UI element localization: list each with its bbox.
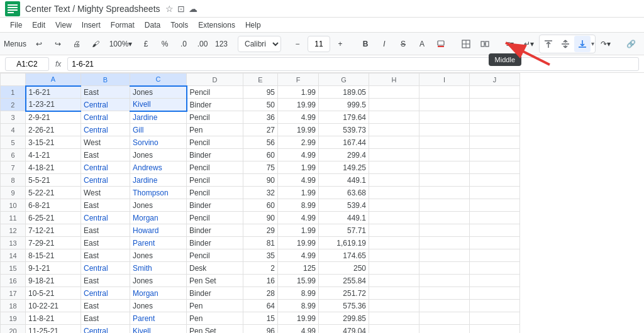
cell-D3[interactable]: Pencil <box>187 111 243 124</box>
cell-H18[interactable] <box>369 300 419 312</box>
cell-I5[interactable] <box>419 136 470 149</box>
cell-G17[interactable]: 251.72 <box>319 287 369 300</box>
col-header-f[interactable]: F <box>278 74 319 86</box>
cell-J5[interactable] <box>470 136 520 149</box>
cell-E16[interactable]: 16 <box>243 275 278 287</box>
row-header-16[interactable]: 16 <box>1 275 26 287</box>
row-header-12[interactable]: 12 <box>1 224 26 237</box>
rotate-button[interactable]: ↷▾ <box>597 35 614 53</box>
cell-J6[interactable] <box>470 149 520 161</box>
cell-F14[interactable]: 4.99 <box>278 249 319 262</box>
font-size-dec-button[interactable]: − <box>289 35 306 53</box>
cell-G12[interactable]: 57.71 <box>319 224 369 237</box>
cell-D17[interactable]: Binder <box>187 287 243 300</box>
cell-I20[interactable] <box>419 325 470 334</box>
cell-F16[interactable]: 15.99 <box>278 275 319 287</box>
cell-G4[interactable]: 539.73 <box>319 124 369 136</box>
menu-help[interactable]: Help <box>240 19 266 31</box>
cell-I8[interactable] <box>419 174 470 187</box>
cell-D15[interactable]: Desk <box>187 262 243 275</box>
cell-C14[interactable]: Jones <box>130 249 187 262</box>
cell-A16[interactable]: 9-18-21 <box>26 275 81 287</box>
cell-J2[interactable] <box>470 99 520 111</box>
col-header-c[interactable]: C <box>130 74 187 86</box>
cell-B1[interactable]: East <box>81 86 130 99</box>
cell-D18[interactable]: Pen <box>187 300 243 312</box>
cell-H8[interactable] <box>369 174 419 187</box>
cell-F19[interactable]: 19.99 <box>278 312 319 325</box>
menu-data[interactable]: Data <box>140 19 165 31</box>
row-header-6[interactable]: 6 <box>1 149 26 161</box>
valign-dropdown-icon[interactable]: ▾ <box>591 40 594 47</box>
row-header-15[interactable]: 15 <box>1 262 26 275</box>
cell-F12[interactable]: 1.99 <box>278 224 319 237</box>
cell-G20[interactable]: 479.04 <box>319 325 369 334</box>
cell-C19[interactable]: Parent <box>130 312 187 325</box>
cell-G9[interactable]: 63.68 <box>319 187 369 199</box>
cell-C6[interactable]: Jones <box>130 149 187 161</box>
cell-A19[interactable]: 11-8-21 <box>26 312 81 325</box>
cell-F6[interactable]: 4.99 <box>278 149 319 161</box>
menu-tools[interactable]: Tools <box>165 19 193 31</box>
valign-middle-button[interactable] <box>557 36 574 52</box>
cell-I15[interactable] <box>419 262 470 275</box>
cell-D4[interactable]: Pen <box>187 124 243 136</box>
cell-G15[interactable]: 250 <box>319 262 369 275</box>
font-size-input[interactable] <box>308 36 330 52</box>
cell-B2[interactable]: Central <box>81 99 130 111</box>
cell-C5[interactable]: Sorvino <box>130 136 187 149</box>
cell-C4[interactable]: Gill <box>130 124 187 136</box>
cell-H5[interactable] <box>369 136 419 149</box>
cell-J12[interactable] <box>470 224 520 237</box>
cell-F9[interactable]: 1.99 <box>278 187 319 199</box>
paint-format-button[interactable]: 🖌 <box>87 35 104 53</box>
cell-D10[interactable]: Binder <box>187 199 243 212</box>
valign-bottom-button[interactable] <box>574 36 591 52</box>
cell-I4[interactable] <box>419 124 470 136</box>
cell-H11[interactable] <box>369 212 419 224</box>
decimal-inc-button[interactable]: .00 <box>194 35 211 53</box>
cell-A12[interactable]: 7-12-21 <box>26 224 81 237</box>
cell-A17[interactable]: 10-5-21 <box>26 287 81 300</box>
cell-I18[interactable] <box>419 300 470 312</box>
cell-D11[interactable]: Pencil <box>187 212 243 224</box>
col-header-j[interactable]: J <box>470 74 520 86</box>
cell-F1[interactable]: 1.99 <box>278 86 319 99</box>
cell-B18[interactable]: East <box>81 300 130 312</box>
bold-button[interactable]: B <box>357 35 374 53</box>
cell-D12[interactable]: Binder <box>187 224 243 237</box>
cell-E3[interactable]: 36 <box>243 111 278 124</box>
cell-B3[interactable]: Central <box>81 111 130 124</box>
sheet-scroll[interactable]: A B C D E F G H I J 11-6-21EastJonesPenc… <box>0 73 644 333</box>
cell-J1[interactable] <box>470 86 520 99</box>
cell-H4[interactable] <box>369 124 419 136</box>
row-header-18[interactable]: 18 <box>1 300 26 312</box>
col-header-h[interactable]: H <box>369 74 419 86</box>
cell-H14[interactable] <box>369 249 419 262</box>
cell-H2[interactable] <box>369 99 419 111</box>
comment-button[interactable]: 💬 <box>641 35 644 53</box>
cell-E6[interactable]: 60 <box>243 149 278 161</box>
cell-F20[interactable]: 4.99 <box>278 325 319 334</box>
number-format-button[interactable]: 123 <box>213 35 230 53</box>
row-header-20[interactable]: 20 <box>1 325 26 334</box>
cell-C10[interactable]: Jones <box>130 199 187 212</box>
cell-H19[interactable] <box>369 312 419 325</box>
col-header-e[interactable]: E <box>243 74 278 86</box>
italic-button[interactable]: I <box>375 35 393 53</box>
font-size-inc-button[interactable]: + <box>331 35 349 53</box>
row-header-14[interactable]: 14 <box>1 249 26 262</box>
cell-C17[interactable]: Morgan <box>130 287 187 300</box>
cell-F3[interactable]: 4.99 <box>278 111 319 124</box>
cell-F7[interactable]: 1.99 <box>278 161 319 174</box>
cell-F11[interactable]: 4.99 <box>278 212 319 224</box>
cell-C9[interactable]: Thompson <box>130 187 187 199</box>
cell-A13[interactable]: 7-29-21 <box>26 237 81 249</box>
menu-format[interactable]: Format <box>106 19 140 31</box>
cell-B4[interactable]: Central <box>81 124 130 136</box>
cell-A7[interactable]: 4-18-21 <box>26 161 81 174</box>
cell-A10[interactable]: 6-8-21 <box>26 199 81 212</box>
redo-button[interactable]: ↪ <box>49 35 67 53</box>
row-header-11[interactable]: 11 <box>1 212 26 224</box>
cell-E18[interactable]: 64 <box>243 300 278 312</box>
